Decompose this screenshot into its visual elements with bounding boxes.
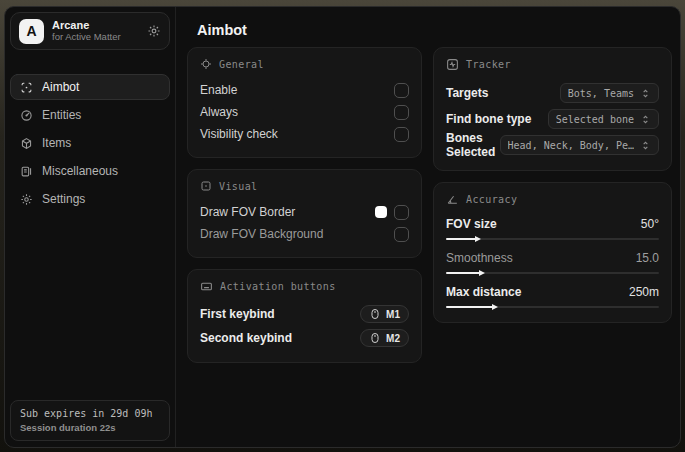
bones-selected-dropdown[interactable]: Head, Neck, Body, Pe… <box>500 135 659 155</box>
sidebar-item-items[interactable]: Items <box>10 131 170 155</box>
subscription-panel: Sub expires in 29d 09h Session duration … <box>10 400 170 441</box>
accuracy-header-label: Accuracy <box>466 194 517 205</box>
brand-text: Arcane for Active Matter <box>52 19 139 43</box>
dropdown-value: Head, Neck, Body, Pe… <box>508 140 634 151</box>
tracker-header-label: Tracker <box>466 59 511 70</box>
sidebar: A Arcane for Active Matter Category Aimb… <box>5 7 176 447</box>
crosshair-icon <box>200 58 212 70</box>
sidebar-item-label: Items <box>42 136 71 150</box>
sidebar-item-aimbot[interactable]: Aimbot <box>10 74 170 100</box>
setting-row-smoothness: Smoothness 15.0 <box>446 249 659 274</box>
slider-value: 15.0 <box>636 251 659 265</box>
fov-background-checkbox[interactable] <box>394 227 409 242</box>
sidebar-item-label: Aimbot <box>42 80 79 94</box>
sidebar-item-label: Settings <box>42 192 85 206</box>
visual-header: Visual <box>200 180 409 192</box>
setting-label: Enable <box>200 83 237 97</box>
accuracy-section: Accuracy FOV size 50° Smoothne <box>433 182 672 323</box>
slider-fill <box>446 238 476 240</box>
radar-icon <box>20 109 33 122</box>
brand-card: A Arcane for Active Matter <box>10 12 170 50</box>
slider-value: 50° <box>641 217 659 231</box>
activation-header: Activation buttons <box>200 280 409 293</box>
first-keybind-button[interactable]: M1 <box>360 305 409 323</box>
enable-checkbox[interactable] <box>394 83 409 98</box>
setting-row-enable: Enable <box>200 79 409 101</box>
setting-label: Visibility check <box>200 127 278 141</box>
slider-thumb[interactable] <box>479 270 485 276</box>
always-checkbox[interactable] <box>394 105 409 120</box>
visibility-check-checkbox[interactable] <box>394 127 409 142</box>
gear-icon <box>20 193 33 206</box>
slider-fill <box>446 306 493 308</box>
brand-name: Arcane <box>52 19 139 32</box>
setting-row-max-distance: Max distance 250m <box>446 283 659 308</box>
setting-label: Draw FOV Background <box>200 227 323 241</box>
session-duration-text: Session duration 22s <box>20 422 160 433</box>
setting-row-fov-border: Draw FOV Border <box>200 201 409 223</box>
setting-row-fov-size: FOV size 50° <box>446 215 659 240</box>
setting-label: Find bone type <box>446 112 531 126</box>
list-icon <box>20 165 33 178</box>
gear-icon[interactable] <box>147 24 161 38</box>
sidebar-item-label: Miscellaneous <box>42 164 118 178</box>
setting-label: First keybind <box>200 307 275 321</box>
general-header: General <box>200 58 409 70</box>
setting-label: Bones Selected <box>446 131 500 159</box>
smoothness-slider[interactable] <box>446 272 659 274</box>
brand-logo: A <box>19 19 44 44</box>
sidebar-item-entities[interactable]: Entities <box>10 103 170 127</box>
setting-label: Second keybind <box>200 331 292 345</box>
slider-thumb[interactable] <box>492 304 498 310</box>
max-distance-slider[interactable] <box>446 306 659 308</box>
general-section: General Enable Always Visibility check <box>187 47 422 158</box>
sidebar-nav: Aimbot Entities Items Miscellaneous <box>5 74 175 215</box>
setting-label: Smoothness <box>446 251 513 265</box>
fov-border-checkbox[interactable] <box>394 205 409 220</box>
targets-dropdown[interactable]: Bots, Teams <box>560 83 659 103</box>
setting-label: Always <box>200 105 238 119</box>
second-keybind-button[interactable]: M2 <box>360 329 409 347</box>
keybind-value: M2 <box>386 333 400 344</box>
page-title: Aimbot <box>197 22 247 38</box>
activation-header-label: Activation buttons <box>220 281 336 292</box>
activation-buttons-section: Activation buttons First keybind M1 Seco… <box>187 269 422 363</box>
keyboard-icon <box>200 280 213 293</box>
dropdown-value: Bots, Teams <box>568 88 634 99</box>
visual-header-label: Visual <box>219 181 258 192</box>
find-bone-type-dropdown[interactable]: Selected bone <box>548 109 659 129</box>
slider-value: 250m <box>629 285 659 299</box>
tracker-section: Tracker Targets Bots, Teams Find bone ty… <box>433 47 672 171</box>
main-panel: Aimbot General Enable Always <box>176 7 680 447</box>
app-window: A Arcane for Active Matter Category Aimb… <box>4 6 681 448</box>
general-header-label: General <box>219 59 264 70</box>
sidebar-item-settings[interactable]: Settings <box>10 187 170 211</box>
caret-up-down-icon <box>640 140 651 151</box>
tracker-header: Tracker <box>446 58 659 71</box>
visual-section: Visual Draw FOV Border Draw FOV Backgrou… <box>187 169 422 258</box>
sub-expires-text: Sub expires in 29d 09h <box>20 408 160 419</box>
fov-size-slider[interactable] <box>446 238 659 240</box>
caret-up-down-icon <box>640 88 651 99</box>
accuracy-header: Accuracy <box>446 193 659 206</box>
crosshair-scan-icon <box>20 81 33 94</box>
mouse-icon <box>369 308 381 320</box>
slider-thumb[interactable] <box>475 236 481 242</box>
setting-row-find-bone-type: Find bone type Selected bone <box>446 106 659 132</box>
slider-fill <box>446 272 480 274</box>
left-column: General Enable Always Visibility check <box>187 47 422 374</box>
keybind-value: M1 <box>386 309 400 320</box>
setting-label: Targets <box>446 86 488 100</box>
setting-label: Draw FOV Border <box>200 205 295 219</box>
setting-label: FOV size <box>446 217 497 231</box>
sidebar-item-miscellaneous[interactable]: Miscellaneous <box>10 159 170 183</box>
activity-icon <box>446 58 459 71</box>
mouse-icon <box>369 332 381 344</box>
fov-border-color-swatch[interactable] <box>375 206 387 218</box>
cube-icon <box>20 137 33 150</box>
angle-icon <box>446 193 459 206</box>
setting-label: Max distance <box>446 285 521 299</box>
setting-row-fov-background: Draw FOV Background <box>200 223 409 245</box>
setting-row-bones-selected: Bones Selected Head, Neck, Body, Pe… <box>446 132 659 158</box>
setting-row-targets: Targets Bots, Teams <box>446 80 659 106</box>
